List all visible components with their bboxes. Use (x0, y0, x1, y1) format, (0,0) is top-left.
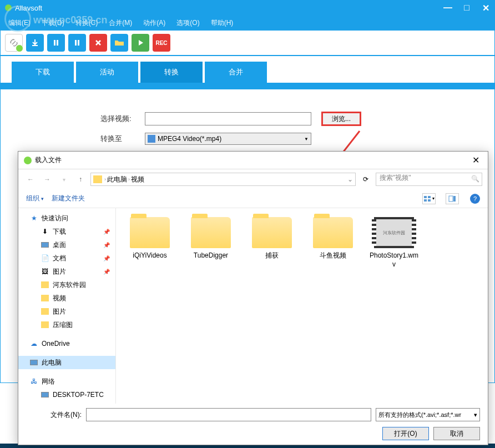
menu-merge[interactable]: 合并(M) (103, 16, 138, 30)
record-button[interactable]: REC (153, 34, 170, 52)
folder-icon (313, 217, 353, 248)
menu-edit[interactable]: 编辑(E) (3, 16, 36, 30)
file-item-video[interactable]: 河东软件园 PhotoStory1.wmv (369, 217, 419, 269)
tab-download[interactable]: 下载 (12, 62, 74, 83)
organize-menu[interactable]: 组织 (26, 194, 44, 203)
svg-rect-7 (424, 199, 427, 202)
svg-rect-0 (54, 40, 55, 46)
browse-button[interactable]: 浏览... (321, 112, 361, 126)
folder-icon (41, 320, 49, 329)
desktop-icon (41, 240, 49, 249)
refresh-button[interactable]: ⟳ (359, 173, 372, 186)
sidebar-quick-access[interactable]: ★快速访问 (18, 212, 115, 225)
sidebar-pictures2[interactable]: 图片 (18, 305, 115, 318)
star-icon: ★ (29, 214, 38, 223)
app-title: Allavsoft (15, 4, 443, 12)
select-video-row: 选择视频: 浏览... (100, 112, 483, 126)
search-input[interactable]: 搜索"视频" (376, 173, 482, 186)
link-icon (9, 38, 19, 48)
menu-help[interactable]: 帮助(H) (205, 16, 239, 30)
picture-icon: 🖼 (41, 267, 49, 276)
file-item-folder[interactable]: TubeDigger (186, 217, 236, 269)
nav-back-button[interactable]: ← (24, 173, 37, 186)
format-value: MPEG4 Video(*.mp4) (158, 135, 221, 143)
add-link-button[interactable] (5, 34, 23, 52)
sidebar-downloads[interactable]: ⬇下载📌 (18, 225, 115, 238)
menu-convert[interactable]: 转换(C) (70, 16, 104, 30)
folder-icon (191, 217, 231, 248)
breadcrumb-item-1[interactable]: 视频 (131, 175, 144, 184)
file-label: TubeDigger (194, 251, 228, 260)
stop-all-button[interactable] (68, 34, 86, 52)
sidebar-pictures[interactable]: 🖼图片📌 (18, 265, 115, 278)
svg-rect-6 (428, 196, 431, 198)
delete-button[interactable] (89, 34, 107, 52)
file-item-folder[interactable]: 斗鱼视频 (308, 217, 358, 269)
filename-row: 文件名(N): 所有支持的格式(*.avi;*.asf;*.wr (26, 408, 480, 421)
play-icon (137, 39, 144, 47)
sidebar-compressed[interactable]: 压缩图 (18, 318, 115, 331)
pause-icon (73, 39, 81, 47)
svg-rect-3 (78, 40, 79, 46)
view-icon (423, 195, 431, 202)
nav-history-button[interactable]: ▾ (57, 173, 70, 186)
view-mode-button[interactable]: ▾ (422, 193, 436, 204)
open-button[interactable]: 打开(O) (382, 427, 429, 440)
toolbar: REC (1, 31, 494, 56)
menu-download[interactable]: 下载(D) (36, 16, 70, 30)
tab-merge[interactable]: 合并 (205, 62, 267, 83)
sidebar-onedrive[interactable]: ☁OneDrive (18, 337, 115, 350)
nav-up-button[interactable]: ↑ (74, 173, 87, 186)
convert-to-row: 转换至 MPEG4 Video(*.mp4) (100, 133, 483, 145)
tab-activity[interactable]: 活动 (76, 62, 138, 83)
breadcrumb[interactable]: › 此电脑 › 视频 ⌄ (90, 173, 356, 186)
preview-pane-button[interactable] (446, 193, 459, 204)
tab-content-bar (1, 83, 494, 89)
svg-rect-8 (428, 199, 431, 202)
menu-options[interactable]: 选项(O) (171, 16, 205, 30)
download-icon (31, 38, 39, 47)
breadcrumb-sep: › (104, 177, 106, 182)
cloud-icon: ☁ (29, 339, 38, 348)
maximize-button[interactable]: □ (462, 3, 471, 12)
new-folder-button[interactable]: 新建文件夹 (52, 194, 85, 203)
play-button[interactable] (132, 34, 149, 52)
dialog-close-button[interactable]: ✕ (469, 155, 482, 165)
menu-action[interactable]: 动作(A) (138, 16, 171, 30)
sidebar-desktop-device[interactable]: DESKTOP-7ETC (18, 388, 115, 401)
tab-convert[interactable]: 转换 (140, 62, 203, 83)
filetype-select[interactable]: 所有支持的格式(*.avi;*.asf;*.wr (376, 408, 480, 421)
breadcrumb-dropdown[interactable]: ⌄ (347, 175, 353, 183)
nav-forward-button[interactable]: → (41, 173, 54, 186)
document-icon: 📄 (41, 254, 49, 263)
file-label: 捕获 (265, 251, 279, 260)
pin-icon: 📌 (103, 242, 110, 248)
sidebar-hedong[interactable]: 河东软件园 (18, 278, 115, 291)
sidebar-network[interactable]: 🖧网络 (18, 375, 115, 388)
folder-icon (41, 294, 49, 303)
file-item-folder[interactable]: iQiYiVideos (125, 217, 175, 269)
sidebar-this-pc[interactable]: 此电脑 (18, 356, 115, 369)
svg-rect-1 (57, 40, 58, 46)
file-label: iQiYiVideos (133, 251, 166, 260)
sidebar-videos[interactable]: 视频 (18, 291, 115, 305)
file-item-folder[interactable]: 捕获 (247, 217, 297, 269)
file-open-dialog: 载入文件 ✕ ← → ▾ ↑ › 此电脑 › 视频 ⌄ ⟳ 搜索"视频" 组织 … (18, 151, 488, 445)
sidebar-documents[interactable]: 📄文档📌 (18, 251, 115, 265)
pause-button[interactable] (47, 34, 65, 52)
video-path-input[interactable] (145, 112, 311, 125)
minimize-button[interactable]: — (443, 3, 452, 12)
download-button[interactable] (26, 34, 44, 52)
close-button[interactable]: ✕ (481, 3, 490, 12)
app-icon (5, 4, 12, 11)
open-folder-button[interactable] (110, 34, 128, 52)
filename-input[interactable] (86, 408, 371, 421)
breadcrumb-item-0[interactable]: 此电脑 (107, 175, 127, 184)
select-video-label: 选择视频: (100, 114, 145, 124)
file-grid: iQiYiVideos TubeDigger 捕获 斗鱼视频 河东软件园 Pho… (116, 208, 488, 404)
help-button[interactable]: ? (470, 194, 480, 204)
format-select[interactable]: MPEG4 Video(*.mp4) (145, 133, 311, 145)
sidebar-desktop[interactable]: 桌面📌 (18, 238, 115, 251)
pause-icon (52, 39, 60, 47)
cancel-button[interactable]: 取消 (433, 427, 480, 440)
